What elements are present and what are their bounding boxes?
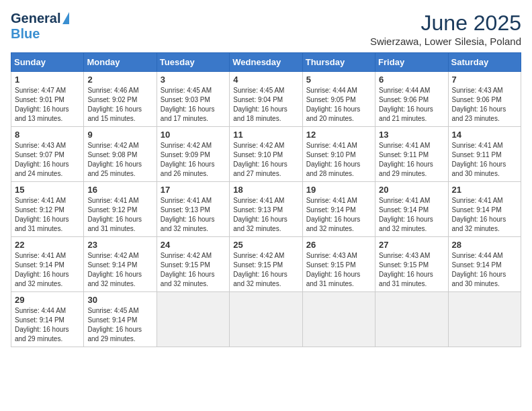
column-header-sunday: Sunday: [11, 53, 84, 72]
day-number: 17: [161, 185, 226, 195]
location-subtitle: Swierzawa, Lower Silesia, Poland: [370, 36, 521, 47]
cell-info: Sunrise: 4:41 AMSunset: 9:14 PMDaylight:…: [306, 196, 371, 234]
calendar-cell: [375, 292, 448, 347]
day-number: 27: [379, 240, 444, 250]
calendar-cell: 5Sunrise: 4:44 AMSunset: 9:05 PMDaylight…: [302, 72, 375, 127]
calendar-cell: 15Sunrise: 4:41 AMSunset: 9:12 PMDayligh…: [11, 182, 84, 237]
calendar-cell: 14Sunrise: 4:41 AMSunset: 9:11 PMDayligh…: [448, 127, 521, 182]
cell-info: Sunrise: 4:44 AMSunset: 9:05 PMDaylight:…: [306, 86, 371, 124]
calendar-cell: 29Sunrise: 4:44 AMSunset: 9:14 PMDayligh…: [11, 292, 84, 347]
cell-info: Sunrise: 4:45 AMSunset: 9:04 PMDaylight:…: [233, 86, 298, 124]
cell-info: Sunrise: 4:42 AMSunset: 9:15 PMDaylight:…: [161, 251, 226, 289]
day-number: 30: [87, 295, 152, 305]
calendar-cell: 6Sunrise: 4:44 AMSunset: 9:06 PMDaylight…: [375, 72, 448, 127]
cell-info: Sunrise: 4:44 AMSunset: 9:06 PMDaylight:…: [379, 86, 444, 124]
calendar-cell: [230, 292, 302, 347]
calendar-cell: 24Sunrise: 4:42 AMSunset: 9:15 PMDayligh…: [157, 237, 229, 292]
calendar-cell: 25Sunrise: 4:42 AMSunset: 9:15 PMDayligh…: [230, 237, 302, 292]
calendar-cell: 13Sunrise: 4:41 AMSunset: 9:11 PMDayligh…: [375, 127, 448, 182]
calendar-cell: 30Sunrise: 4:45 AMSunset: 9:14 PMDayligh…: [84, 292, 157, 347]
day-number: 4: [233, 75, 298, 85]
column-header-monday: Monday: [84, 53, 157, 72]
day-number: 26: [306, 240, 371, 250]
cell-info: Sunrise: 4:41 AMSunset: 9:12 PMDaylight:…: [15, 196, 80, 234]
calendar-cell: 8Sunrise: 4:43 AMSunset: 9:07 PMDaylight…: [11, 127, 84, 182]
column-header-thursday: Thursday: [302, 53, 375, 72]
day-number: 18: [233, 185, 298, 195]
calendar-cell: 23Sunrise: 4:42 AMSunset: 9:14 PMDayligh…: [84, 237, 157, 292]
day-number: 29: [15, 295, 80, 305]
cell-info: Sunrise: 4:41 AMSunset: 9:14 PMDaylight:…: [379, 196, 444, 234]
cell-info: Sunrise: 4:41 AMSunset: 9:11 PMDaylight:…: [452, 141, 517, 179]
calendar-cell: 4Sunrise: 4:45 AMSunset: 9:04 PMDaylight…: [230, 72, 302, 127]
cell-info: Sunrise: 4:45 AMSunset: 9:03 PMDaylight:…: [161, 86, 226, 124]
calendar-cell: 28Sunrise: 4:44 AMSunset: 9:14 PMDayligh…: [448, 237, 521, 292]
cell-info: Sunrise: 4:44 AMSunset: 9:14 PMDaylight:…: [15, 306, 80, 344]
day-number: 20: [379, 185, 444, 195]
day-number: 23: [87, 240, 152, 250]
calendar-week-1: 1Sunrise: 4:47 AMSunset: 9:01 PMDaylight…: [11, 72, 521, 127]
day-number: 24: [161, 240, 226, 250]
day-number: 9: [87, 130, 152, 140]
calendar-cell: 22Sunrise: 4:41 AMSunset: 9:14 PMDayligh…: [11, 237, 84, 292]
day-number: 2: [87, 75, 152, 85]
calendar-cell: 2Sunrise: 4:46 AMSunset: 9:02 PMDaylight…: [84, 72, 157, 127]
logo-general: General: [11, 11, 60, 26]
day-number: 14: [452, 130, 517, 140]
cell-info: Sunrise: 4:41 AMSunset: 9:14 PMDaylight:…: [15, 251, 80, 289]
calendar-cell: 16Sunrise: 4:41 AMSunset: 9:12 PMDayligh…: [84, 182, 157, 237]
day-number: 1: [15, 75, 80, 85]
logo: General Blue: [11, 11, 69, 42]
cell-info: Sunrise: 4:41 AMSunset: 9:14 PMDaylight:…: [452, 196, 517, 234]
cell-info: Sunrise: 4:42 AMSunset: 9:15 PMDaylight:…: [233, 251, 298, 289]
logo-blue: Blue: [11, 26, 40, 42]
page-header: General Blue June 2025 Swierzawa, Lower …: [11, 11, 521, 47]
calendar-cell: 17Sunrise: 4:41 AMSunset: 9:13 PMDayligh…: [157, 182, 229, 237]
day-number: 28: [452, 240, 517, 250]
calendar-week-2: 8Sunrise: 4:43 AMSunset: 9:07 PMDaylight…: [11, 127, 521, 182]
cell-info: Sunrise: 4:43 AMSunset: 9:07 PMDaylight:…: [15, 141, 80, 179]
day-number: 22: [15, 240, 80, 250]
calendar-cell: 27Sunrise: 4:43 AMSunset: 9:15 PMDayligh…: [375, 237, 448, 292]
day-number: 11: [233, 130, 298, 140]
calendar-week-5: 29Sunrise: 4:44 AMSunset: 9:14 PMDayligh…: [11, 292, 521, 347]
calendar-cell: [157, 292, 229, 347]
cell-info: Sunrise: 4:43 AMSunset: 9:15 PMDaylight:…: [306, 251, 371, 289]
title-area: June 2025 Swierzawa, Lower Silesia, Pola…: [370, 11, 521, 47]
day-number: 21: [452, 185, 517, 195]
day-number: 6: [379, 75, 444, 85]
calendar-cell: 11Sunrise: 4:42 AMSunset: 9:10 PMDayligh…: [230, 127, 302, 182]
day-number: 8: [15, 130, 80, 140]
calendar-cell: 10Sunrise: 4:42 AMSunset: 9:09 PMDayligh…: [157, 127, 229, 182]
cell-info: Sunrise: 4:43 AMSunset: 9:06 PMDaylight:…: [452, 86, 517, 124]
column-header-tuesday: Tuesday: [157, 53, 229, 72]
day-number: 12: [306, 130, 371, 140]
calendar-header-row: SundayMondayTuesdayWednesdayThursdayFrid…: [11, 53, 521, 72]
cell-info: Sunrise: 4:42 AMSunset: 9:10 PMDaylight:…: [233, 141, 298, 179]
calendar-cell: 20Sunrise: 4:41 AMSunset: 9:14 PMDayligh…: [375, 182, 448, 237]
cell-info: Sunrise: 4:45 AMSunset: 9:14 PMDaylight:…: [87, 306, 152, 344]
logo-triangle-icon: [62, 12, 69, 24]
column-header-saturday: Saturday: [448, 53, 521, 72]
cell-info: Sunrise: 4:43 AMSunset: 9:15 PMDaylight:…: [379, 251, 444, 289]
cell-info: Sunrise: 4:41 AMSunset: 9:13 PMDaylight:…: [161, 196, 226, 234]
calendar-cell: 18Sunrise: 4:41 AMSunset: 9:13 PMDayligh…: [230, 182, 302, 237]
day-number: 5: [306, 75, 371, 85]
column-header-wednesday: Wednesday: [230, 53, 302, 72]
calendar-cell: 26Sunrise: 4:43 AMSunset: 9:15 PMDayligh…: [302, 237, 375, 292]
cell-info: Sunrise: 4:42 AMSunset: 9:14 PMDaylight:…: [87, 251, 152, 289]
day-number: 10: [161, 130, 226, 140]
day-number: 25: [233, 240, 298, 250]
day-number: 7: [452, 75, 517, 85]
calendar-cell: 7Sunrise: 4:43 AMSunset: 9:06 PMDaylight…: [448, 72, 521, 127]
day-number: 19: [306, 185, 371, 195]
calendar-table: SundayMondayTuesdayWednesdayThursdayFrid…: [11, 52, 521, 347]
calendar-week-3: 15Sunrise: 4:41 AMSunset: 9:12 PMDayligh…: [11, 182, 521, 237]
calendar-cell: [302, 292, 375, 347]
column-header-friday: Friday: [375, 53, 448, 72]
day-number: 3: [161, 75, 226, 85]
calendar-cell: [448, 292, 521, 347]
day-number: 16: [87, 185, 152, 195]
calendar-cell: 1Sunrise: 4:47 AMSunset: 9:01 PMDaylight…: [11, 72, 84, 127]
cell-info: Sunrise: 4:41 AMSunset: 9:11 PMDaylight:…: [379, 141, 444, 179]
